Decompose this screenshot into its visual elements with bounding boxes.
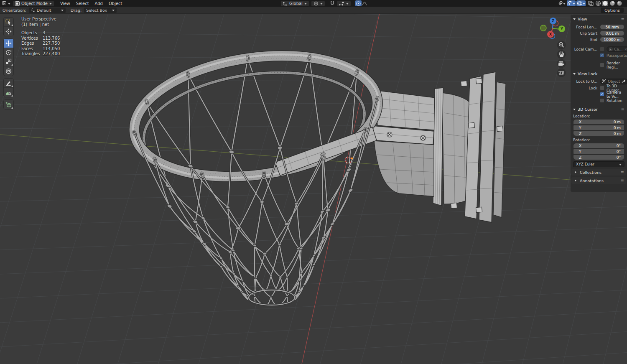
camera-to-view-checkbox[interactable]: ✓	[600, 92, 604, 97]
zoom-button[interactable]	[557, 41, 566, 50]
camera-to-view-row: ✓ Camera to Vi...	[573, 92, 624, 97]
cursor-location-x: X0 m	[573, 119, 624, 125]
panel-menu-icon[interactable]: ≡	[621, 17, 624, 21]
panel-header-collections[interactable]: Collections ≡	[571, 169, 626, 176]
passepartout-checkbox[interactable]: ✓	[600, 53, 604, 58]
orientation-global-label: Global	[289, 1, 303, 6]
clip-end-field[interactable]: 10000 m	[600, 37, 624, 42]
cursor-location-y: Y0 m	[573, 125, 624, 130]
panel-header-3d-cursor[interactable]: 3D Cursor ≡	[571, 106, 627, 112]
show-object-types-dropdown[interactable]	[557, 0, 566, 6]
axis-x-label: X	[549, 32, 552, 36]
mount-bolt	[476, 78, 482, 84]
pan-button[interactable]	[557, 50, 566, 59]
editor-type-chevron[interactable]	[8, 3, 10, 6]
clip-start-row: Clip Start 0.01 m	[573, 31, 624, 36]
viewport-canvas[interactable]: Z Y X	[0, 0, 627, 364]
local-camera-checkbox[interactable]	[600, 47, 604, 51]
chevron-down-icon	[573, 73, 576, 76]
chevron-down-icon	[573, 18, 576, 21]
tool-add-cube[interactable]	[4, 100, 13, 109]
editor-type-icon[interactable]	[2, 1, 8, 6]
transform-orientation-dropdown[interactable]: Global	[281, 1, 309, 6]
cursor-location-z: Z0 m	[573, 131, 624, 136]
to-3d-cursor-checkbox[interactable]	[600, 86, 604, 90]
mode-dropdown[interactable]: Object Mode	[13, 1, 54, 6]
menu-select[interactable]: Select	[73, 1, 92, 6]
tool-select-box[interactable]	[4, 18, 13, 27]
sidebar: View ≡ Focal Len... 50 mm Clip Start 0.0…	[571, 15, 627, 192]
mode-label: Object Mode	[21, 1, 48, 6]
gizmos-toggle[interactable]	[567, 0, 576, 6]
orientation-default-dropdown[interactable]: Default	[29, 8, 66, 13]
clear-icon[interactable]: ×	[624, 47, 627, 51]
location-y-field[interactable]: Y0 m	[573, 125, 624, 130]
rotation-y-field[interactable]: Y0°	[573, 149, 624, 154]
tool-rotate[interactable]	[4, 48, 13, 57]
panel-header-annotations[interactable]: Annotations ≡	[571, 177, 626, 184]
panel-menu-icon[interactable]: ≡	[621, 170, 624, 174]
clip-start-field[interactable]: 0.01 m	[600, 31, 624, 36]
menu-view[interactable]: View	[57, 1, 73, 6]
pivot-point-dropdown[interactable]	[311, 1, 325, 6]
gizmo-icon	[567, 1, 573, 6]
lock-rotation-row: Rotation	[573, 98, 624, 103]
blender-window: Z Y X Objec	[0, 0, 627, 364]
drag-label: Drag:	[71, 8, 82, 13]
render-region-row: Render Regi...	[573, 62, 624, 68]
panel-menu-icon[interactable]: ≡	[621, 178, 624, 183]
menu-object[interactable]: Object	[106, 1, 125, 6]
render-region-checkbox[interactable]	[600, 63, 604, 67]
lock-to-object-field[interactable]: Object	[600, 79, 627, 84]
tool-annotate[interactable]	[4, 79, 13, 88]
tool-scale[interactable]	[4, 57, 13, 66]
rotation-mode-dropdown[interactable]: XYZ Euler	[573, 161, 624, 167]
shading-solid-button[interactable]	[602, 1, 608, 6]
shading-material-button[interactable]	[609, 1, 615, 6]
panel-header-view-lock[interactable]: View Lock	[571, 71, 627, 77]
camera-view-button[interactable]	[557, 59, 566, 68]
proportional-editing-toggle[interactable]	[355, 0, 362, 6]
axis-neg-y-ball[interactable]	[540, 25, 546, 31]
rotation-z-field[interactable]: Z0°	[573, 155, 624, 160]
cursor-rotation-y: Y0°	[573, 149, 624, 154]
axis-y-label: Y	[560, 27, 563, 31]
shading-wireframe-button[interactable]	[595, 1, 601, 6]
xray-toggle[interactable]	[588, 1, 594, 6]
drag-mode-dropdown[interactable]: Select Box	[84, 8, 117, 13]
panel-menu-icon[interactable]: ≡	[621, 107, 624, 112]
eyedropper-icon[interactable]	[622, 79, 625, 83]
overlays-toggle[interactable]	[576, 0, 586, 6]
visibility-icon	[558, 1, 563, 6]
lock-rotation-checkbox[interactable]	[600, 98, 604, 103]
focal-length-field[interactable]: 50 mm	[600, 24, 624, 30]
axis-z-label: Z	[552, 19, 554, 23]
chevron-right-icon	[575, 179, 578, 182]
tool-measure[interactable]	[4, 88, 13, 97]
toolbar	[3, 17, 14, 112]
menu-add[interactable]: Add	[92, 1, 106, 6]
tool-transform[interactable]	[4, 66, 13, 76]
snap-magnet-icon[interactable]	[329, 1, 336, 6]
focal-length-row: Focal Len... 50 mm	[573, 24, 624, 30]
rotation-x-field[interactable]: X0°	[573, 143, 624, 148]
cursor-rotation-z: Z0°	[573, 155, 624, 160]
toggle-perspective-button[interactable]	[557, 69, 566, 77]
tool-cursor[interactable]	[4, 27, 13, 36]
tool-move[interactable]	[4, 39, 13, 48]
snap-target-dropdown[interactable]	[337, 1, 351, 6]
options-button[interactable]: Options	[601, 8, 624, 13]
stat-label: Vertices	[21, 36, 42, 41]
location-x-field[interactable]: X0 m	[573, 119, 624, 125]
shading-rendered-button[interactable]	[616, 1, 622, 6]
proportional-falloff-icon[interactable]	[362, 1, 368, 6]
stat-value: 227,400	[43, 51, 60, 57]
panel-header-view[interactable]: View ≡	[571, 16, 627, 22]
passepartout-row: ✓ Passepartout	[573, 53, 624, 58]
location-label: Location:	[573, 114, 624, 118]
orientation-label: Orientation:	[3, 8, 26, 13]
local-camera-field[interactable]: Ca... ×	[607, 46, 627, 52]
location-z-field[interactable]: Z0 m	[573, 131, 624, 136]
local-camera-row: Local Cam... Ca... ×	[573, 46, 624, 52]
viewport-stats-overlay: User Perspective (1) item | net Objects3…	[21, 17, 60, 57]
